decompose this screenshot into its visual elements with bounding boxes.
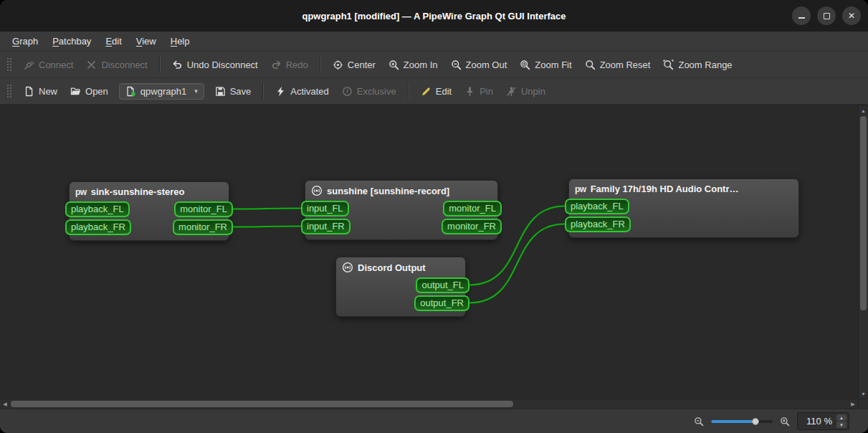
zoom-spinbox[interactable]: 110 % ▲ ▼	[797, 412, 849, 430]
port-row: playback_FLmonitor_FL	[70, 200, 229, 218]
horizontal-scrollbar[interactable]: ◀ ▶	[0, 399, 858, 409]
title-bar[interactable]: qpwgraph1 [modified] — A PipeWire Graph …	[0, 0, 868, 32]
zoom-slider-fill	[711, 420, 755, 423]
vertical-scrollbar-thumb[interactable]	[860, 116, 867, 310]
toolbar-button-new[interactable]: New	[17, 82, 64, 100]
port-monitor_FR[interactable]: monitor_FR	[442, 219, 502, 234]
toolbar-label: Exclusive	[357, 86, 396, 97]
toolbar-label: Unpin	[521, 86, 545, 97]
connection-wire[interactable]	[233, 209, 301, 209]
window-title: qpwgraph1 [modified] — A PipeWire Graph …	[302, 11, 566, 22]
toolbar-button-pin[interactable]: Pin	[458, 82, 500, 100]
port-playback_FL[interactable]: playback_FL	[65, 201, 130, 217]
vertical-scrollbar-track[interactable]	[859, 115, 868, 389]
node-title: Family 17h/19h HD Audio Contr…	[591, 184, 739, 194]
redo-icon	[271, 60, 282, 70]
open-icon	[70, 86, 81, 97]
spin-buttons: ▲ ▼	[836, 414, 846, 428]
toolbar-button-zoom-fit[interactable]: Zoom Fit	[513, 56, 578, 74]
toolbar-button-zoom-out[interactable]: Zoom Out	[444, 56, 514, 74]
toolbar-button-zoom-reset[interactable]: Zoom Reset	[578, 56, 657, 74]
toolbar-label: Pin	[480, 86, 493, 97]
scroll-down-arrow[interactable]: ▼	[859, 389, 868, 399]
toolbar-label: Activated	[290, 86, 328, 97]
port-output_FL[interactable]: output_FL	[416, 277, 469, 293]
patchbay-selector[interactable]: qpwgraph1▾	[119, 83, 204, 100]
menu-graph[interactable]: Graph	[6, 34, 44, 49]
toolbar-button-unpin[interactable]: Unpin	[500, 82, 552, 100]
port-playback_FL[interactable]: playback_FL	[565, 199, 629, 214]
pipewire-icon: pw	[75, 187, 87, 197]
toolbar-label: Edit	[436, 86, 452, 97]
port-playback_FR[interactable]: playback_FR	[65, 219, 131, 235]
connection-wires-layer	[0, 105, 858, 399]
horizontal-scrollbar-track[interactable]	[10, 399, 848, 409]
zoom-slider-track[interactable]	[711, 420, 773, 423]
zoom-reset-icon	[585, 60, 596, 70]
port-playback_FR[interactable]: playback_FR	[565, 217, 631, 232]
toolbar-button-exclusive[interactable]: fExclusive	[335, 82, 403, 100]
port-monitor_FL[interactable]: monitor_FL	[174, 201, 233, 217]
graph-canvas[interactable]: pwsink-sunshine-stereoplayback_FLmonitor…	[0, 105, 858, 399]
spin-up-button[interactable]: ▲	[836, 414, 846, 421]
spin-down-button[interactable]: ▼	[836, 422, 846, 428]
zoom-out-icon	[451, 60, 462, 70]
port-row: output_FL	[336, 276, 465, 294]
toolbar-button-undo-disconnect[interactable]: Undo Disconnect	[166, 56, 264, 74]
port-row: output_FR	[336, 294, 465, 312]
toolbar-handle[interactable]	[6, 83, 12, 99]
graph-view: pwsink-sunshine-stereoplayback_FLmonitor…	[0, 105, 868, 409]
port-monitor_FL[interactable]: monitor_FL	[443, 201, 502, 217]
menu-view[interactable]: View	[130, 34, 163, 49]
menu-patchbay[interactable]: Patchbay	[46, 34, 97, 49]
app-window: qpwgraph1 [modified] — A PipeWire Graph …	[0, 0, 868, 433]
new-icon	[24, 86, 34, 97]
maximize-button[interactable]	[817, 6, 836, 25]
activated-icon	[275, 86, 286, 97]
toolbar-handle[interactable]	[6, 57, 12, 72]
scroll-up-arrow[interactable]: ▲	[859, 105, 868, 115]
toolbar-button-activated[interactable]: Activated	[269, 82, 335, 100]
toolbar-label: Disconnect	[101, 60, 147, 70]
node-title: sink-sunshine-stereo	[91, 186, 185, 197]
connection-wire[interactable]	[233, 227, 301, 227]
toolbar-button-disconnect[interactable]: Disconnect	[80, 56, 153, 74]
toolbar-label: qpwgraph1	[140, 86, 186, 97]
menu-help[interactable]: Help	[164, 34, 196, 49]
port-monitor_FR[interactable]: monitor_FR	[173, 219, 233, 235]
scroll-left-arrow[interactable]: ◀	[0, 399, 10, 409]
toolbar-label: Redo	[286, 60, 308, 70]
toolbar-label: Center	[348, 60, 376, 70]
toolbar-button-zoom-in[interactable]: Zoom In	[382, 56, 444, 74]
minimize-icon	[798, 17, 805, 19]
port-input_FL[interactable]: input_FL	[301, 201, 349, 217]
zoom-slider-handle[interactable]	[752, 418, 759, 425]
toolbar-button-open[interactable]: Open	[64, 82, 115, 100]
node-header: sunshine [sunshine-record]	[305, 184, 497, 199]
graph-node-discord-output[interactable]: Discord Outputoutput_FLoutput_FR	[335, 257, 466, 317]
toolbar-button-redo[interactable]: Redo	[264, 56, 315, 74]
toolbar-button-save[interactable]: Save	[209, 82, 258, 100]
horizontal-scrollbar-thumb[interactable]	[11, 401, 513, 407]
zoom-in-icon	[780, 417, 790, 427]
zoom-range-icon	[663, 60, 674, 70]
menu-edit[interactable]: Edit	[99, 34, 128, 49]
graph-node-family-audio[interactable]: pwFamily 17h/19h HD Audio Contr…playback…	[568, 179, 799, 238]
port-output_FR[interactable]: output_FR	[414, 295, 469, 311]
vertical-scrollbar[interactable]: ▲ ▼	[858, 105, 868, 399]
close-button[interactable]: ✕	[842, 6, 861, 25]
graph-node-sunshine[interactable]: sunshine [sunshine-record]input_FLmonito…	[305, 180, 498, 240]
minimize-button[interactable]	[792, 6, 811, 25]
toolbar-button-connect[interactable]: Connect	[17, 56, 80, 74]
toolbar-button-zoom-range[interactable]: Zoom Range	[657, 56, 738, 74]
patchbay-file-icon	[125, 86, 136, 97]
toolbar-button-edit[interactable]: Edit	[414, 82, 458, 100]
zoom-slider[interactable]	[711, 416, 773, 427]
port-row: input_FRmonitor_FR	[305, 217, 497, 235]
pin-icon	[464, 86, 475, 97]
menu-bar: GraphPatchbayEditViewHelp	[0, 32, 868, 52]
graph-node-sink-sunshine-stereo[interactable]: pwsink-sunshine-stereoplayback_FLmonitor…	[69, 181, 229, 241]
scroll-right-arrow[interactable]: ▶	[848, 399, 858, 409]
port-input_FR[interactable]: input_FR	[301, 219, 350, 234]
toolbar-button-center[interactable]: Center	[326, 56, 382, 74]
